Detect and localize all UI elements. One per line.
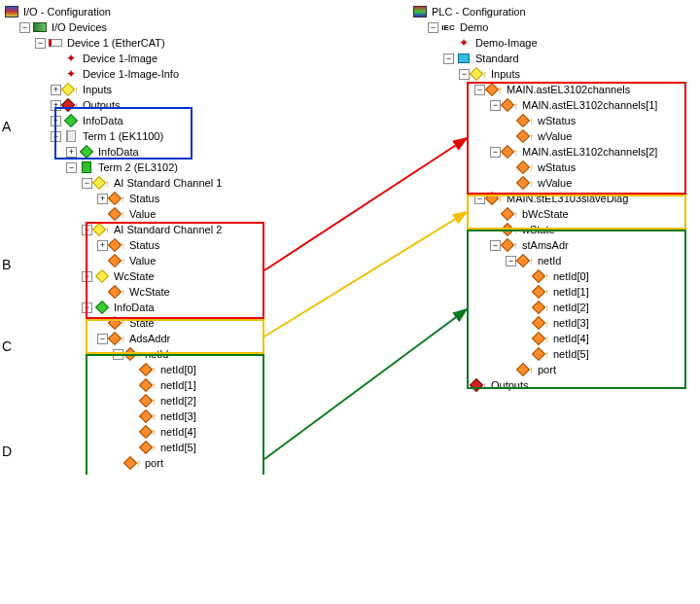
expand-icon[interactable]: + bbox=[66, 147, 77, 158]
adsaddr[interactable]: − ↑ AdsAddr bbox=[4, 331, 334, 346]
collapse-icon[interactable]: − bbox=[66, 162, 77, 173]
netid[interactable]: − ↑ netId bbox=[4, 346, 334, 362]
device-1-image[interactable]: ✦ Device 1-Image bbox=[4, 51, 334, 66]
collapse-icon[interactable]: − bbox=[82, 178, 92, 189]
netid-item[interactable]: ↑netId[3] bbox=[4, 409, 334, 424]
io-devices[interactable]: − I/O Devices bbox=[4, 19, 334, 35]
standard-icon bbox=[456, 51, 472, 66]
term-icon bbox=[79, 160, 94, 175]
var-icon: ↑ bbox=[110, 206, 125, 222]
ch2-wstatus[interactable]: ↑ wStatus bbox=[412, 160, 694, 175]
device-1[interactable]: − Device 1 (EtherCAT) bbox=[4, 35, 334, 51]
term-1[interactable]: − Term 1 (EK1100) bbox=[4, 128, 334, 144]
ai-channel-2[interactable]: − ↑ AI Standard Channel 2 bbox=[4, 222, 334, 237]
var-icon: ↑ bbox=[534, 300, 549, 315]
term1-infodata[interactable]: + InfoData bbox=[4, 144, 334, 160]
term-icon bbox=[63, 128, 79, 144]
r-netid[interactable]: − ↑ netId bbox=[412, 253, 694, 268]
collapse-icon[interactable]: − bbox=[113, 349, 123, 360]
ch1-status[interactable]: + ↑ Status bbox=[4, 191, 334, 206]
collapse-icon[interactable]: − bbox=[51, 131, 61, 142]
netid-item[interactable]: ↑netId[0] bbox=[4, 362, 334, 377]
collapse-icon[interactable]: − bbox=[490, 147, 501, 158]
region-label-d: D bbox=[2, 444, 12, 459]
outputs-node[interactable]: + ↓ Outputs bbox=[4, 97, 334, 113]
netid-item[interactable]: ↑netId[1] bbox=[412, 284, 694, 300]
state-var[interactable]: ↑ State bbox=[4, 315, 334, 331]
var-icon: ↑ bbox=[141, 424, 157, 440]
slave-diag[interactable]: − ↑ MAIN.stEL3103slaveDiag bbox=[412, 191, 694, 206]
wcstate-group[interactable]: − WcState bbox=[4, 268, 334, 284]
wstate[interactable]: ↑ wState bbox=[412, 222, 694, 237]
ch1-wstatus[interactable]: ↑ wStatus bbox=[412, 113, 694, 128]
collapse-icon[interactable]: − bbox=[474, 194, 485, 204]
infodata2[interactable]: − InfoData bbox=[4, 300, 334, 315]
io-config-tree: I/O - Configuration − I/O Devices − Devi… bbox=[4, 4, 334, 471]
r-port[interactable]: ↑ port bbox=[412, 362, 694, 377]
expand-icon[interactable]: + bbox=[51, 116, 61, 126]
ch2-value[interactable]: ↑ Value bbox=[4, 253, 334, 268]
standard[interactable]: − Standard bbox=[412, 51, 694, 66]
infodata-node[interactable]: + InfoData bbox=[4, 113, 334, 128]
collapse-icon[interactable]: − bbox=[82, 302, 92, 313]
struct-icon: ↑ bbox=[503, 144, 518, 160]
collapse-icon[interactable]: − bbox=[459, 69, 470, 80]
netid-item[interactable]: ↑netId[4] bbox=[4, 424, 334, 440]
ch1-wvalue[interactable]: ↑ wValue bbox=[412, 128, 694, 144]
device-1-image-info[interactable]: ✦ Device 1-Image-Info bbox=[4, 66, 334, 82]
netid-item[interactable]: ↑netId[3] bbox=[412, 315, 694, 331]
image-icon: ✦ bbox=[63, 66, 79, 82]
expand-icon[interactable]: + bbox=[51, 85, 61, 95]
expand-icon[interactable]: + bbox=[97, 194, 108, 204]
io-config-label: I/O - Configuration bbox=[21, 6, 113, 18]
array-icon: ↑ bbox=[518, 253, 534, 268]
ch1-value[interactable]: ↑ Value bbox=[4, 206, 334, 222]
plc-inputs[interactable]: − ↑ Inputs bbox=[412, 66, 694, 82]
plc-outputs[interactable]: ↓ Outputs bbox=[412, 377, 694, 393]
bwcstate[interactable]: ↑ bWcState bbox=[412, 206, 694, 222]
netid-item[interactable]: ↑netId[1] bbox=[4, 377, 334, 393]
main-ch1[interactable]: − ↑ MAIN.astEL3102channels[1] bbox=[412, 97, 694, 113]
collapse-icon[interactable]: − bbox=[490, 240, 501, 251]
demo[interactable]: − IEC Demo bbox=[412, 19, 694, 35]
port-var[interactable]: ↑ port bbox=[4, 455, 334, 471]
expand-icon[interactable]: + bbox=[51, 100, 61, 111]
io-config-root[interactable]: I/O - Configuration bbox=[4, 4, 334, 19]
wcstate-var[interactable]: ↑ WcState bbox=[4, 284, 334, 300]
collapse-icon[interactable]: − bbox=[35, 38, 46, 49]
ch2-wvalue[interactable]: ↑ wValue bbox=[412, 175, 694, 191]
ch2-status[interactable]: + ↑ Status bbox=[4, 237, 334, 253]
var-icon: ↑ bbox=[110, 237, 125, 253]
collapse-icon[interactable]: − bbox=[474, 85, 485, 95]
var-icon: ↑ bbox=[141, 362, 157, 377]
collapse-icon[interactable]: − bbox=[428, 22, 438, 33]
collapse-icon[interactable]: − bbox=[82, 271, 92, 282]
demo-image[interactable]: ✦ Demo-Image bbox=[412, 35, 694, 51]
term-2[interactable]: − Term 2 (EL3102) bbox=[4, 160, 334, 175]
netid-item[interactable]: ↑netId[0] bbox=[412, 268, 694, 284]
netid-item[interactable]: ↑netId[5] bbox=[4, 440, 334, 455]
netid-item[interactable]: ↑netId[5] bbox=[412, 346, 694, 362]
main-ch2[interactable]: − ↑ MAIN.astEL3102channels[2] bbox=[412, 144, 694, 160]
collapse-icon[interactable]: − bbox=[506, 256, 516, 266]
inputs-node[interactable]: + ↑ Inputs bbox=[4, 82, 334, 97]
netid-item[interactable]: ↑netId[2] bbox=[4, 393, 334, 409]
collapse-icon[interactable]: − bbox=[19, 22, 30, 33]
main-channels[interactable]: − ↑ MAIN.astEL3102channels bbox=[412, 82, 694, 97]
collapse-icon[interactable]: − bbox=[97, 334, 108, 344]
ethercat-icon bbox=[48, 35, 63, 51]
struct-icon: ↑ bbox=[503, 97, 518, 113]
collapse-icon[interactable]: − bbox=[490, 100, 501, 111]
var-icon: ↑ bbox=[518, 175, 534, 191]
stamsadr[interactable]: − ↑ stAmsAdr bbox=[412, 237, 694, 253]
netid-item[interactable]: ↑netId[4] bbox=[412, 331, 694, 346]
infodata-icon bbox=[94, 300, 110, 315]
ai-channel-1[interactable]: − ↑ AI Standard Channel 1 bbox=[4, 175, 334, 191]
expand-icon[interactable]: + bbox=[97, 240, 108, 251]
netid-item[interactable]: ↑netId[2] bbox=[412, 300, 694, 315]
var-icon: ↑ bbox=[518, 362, 534, 377]
collapse-icon[interactable]: − bbox=[443, 53, 454, 64]
collapse-icon[interactable]: − bbox=[82, 225, 92, 235]
plc-config-root[interactable]: PLC - Configuration bbox=[412, 4, 694, 19]
var-icon: ↑ bbox=[534, 315, 549, 331]
